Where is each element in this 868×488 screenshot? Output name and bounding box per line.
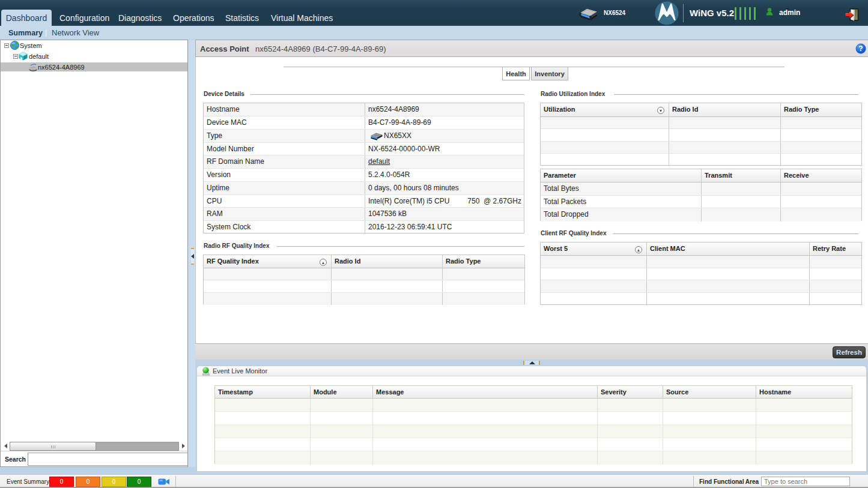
- svg-text:?: ?: [858, 44, 863, 53]
